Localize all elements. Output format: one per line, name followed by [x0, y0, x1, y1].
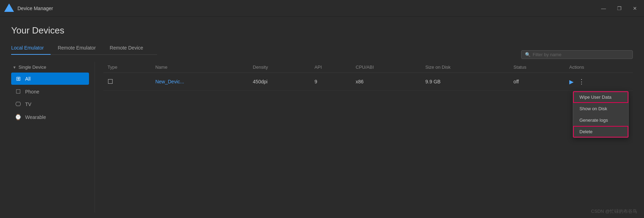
actions-cell: ▶ ⋮ Wipe User Data Show on Disk [569, 77, 629, 86]
device-type-icon: ☐ [108, 78, 113, 85]
cell-cpu: x86 [351, 73, 421, 91]
all-icon: ⊞ [15, 75, 22, 82]
col-name: Name [151, 62, 249, 73]
col-api: API [310, 62, 351, 73]
col-cpu: CPU/ABI [351, 62, 421, 73]
context-menu-wipe[interactable]: Wipe User Data [573, 91, 628, 103]
cell-size: 9.9 GB [421, 73, 510, 91]
cell-type: ☐ [103, 73, 151, 91]
main-container: Your Devices Local Emulator Remote Emula… [0, 17, 644, 218]
wearable-icon: ⌚ [15, 114, 22, 120]
col-density: Density [249, 62, 310, 73]
cell-actions: ▶ ⋮ Wipe User Data Show on Disk [565, 73, 633, 91]
main-panel: Type Name Density API CPU/ABI Size on Di… [95, 62, 633, 212]
tab-bar: Local Emulator Remote Emulator Remote De… [11, 43, 157, 55]
chevron-down-icon: ▼ [13, 65, 16, 69]
filter-bar: 🔍 [521, 50, 633, 59]
table-row: ☐ New_Devic... 450dpi 9 x86 9.9 GB off ▶ [103, 73, 633, 91]
app-title: Device Manager [17, 6, 53, 11]
context-menu-generate-logs[interactable]: Generate logs [573, 114, 628, 126]
sidebar-item-tv[interactable]: 🖵 TV [11, 98, 89, 110]
tab-remote-emulator[interactable]: Remote Emulator [58, 43, 103, 55]
device-table: Type Name Density API CPU/ABI Size on Di… [103, 62, 633, 91]
sidebar-section-title: ▼ Single Device [11, 62, 89, 73]
tab-local-emulator[interactable]: Local Emulator [11, 43, 51, 55]
maximize-button[interactable]: ❐ [614, 4, 624, 13]
col-size: Size on Disk [421, 62, 510, 73]
titlebar: Device Manager — ❐ ✕ [0, 0, 644, 17]
device-name-link[interactable]: New_Devic... [155, 79, 184, 84]
cell-status: off [509, 73, 565, 91]
sidebar-item-phone[interactable]: ☐ Phone [11, 85, 89, 98]
context-menu-show-on-disk[interactable]: Show on Disk [573, 103, 628, 114]
col-status: Status [509, 62, 565, 73]
col-actions: Actions [565, 62, 633, 73]
col-type: Type [103, 62, 151, 73]
context-menu: Wipe User Data Show on Disk Generate log… [573, 91, 629, 138]
phone-icon: ☐ [15, 88, 22, 95]
sidebar-item-wearable[interactable]: ⌚ Wearable [11, 111, 89, 123]
minimize-button[interactable]: — [598, 4, 609, 13]
table-header: Type Name Density API CPU/ABI Size on Di… [103, 62, 633, 73]
more-actions-button[interactable]: ⋮ [576, 77, 587, 86]
page-title: Your Devices [11, 25, 633, 36]
search-icon: 🔍 [525, 52, 531, 57]
watermark: CSDN @忙碌的布谷鸟 [591, 208, 637, 215]
tab-remote-device[interactable]: Remote Device [110, 43, 150, 55]
content-area: ▼ Single Device ⊞ All ☐ Phone 🖵 TV ⌚ Wea… [11, 62, 633, 212]
context-menu-delete[interactable]: Delete [573, 126, 628, 137]
sidebar-item-all[interactable]: ⊞ All [11, 73, 89, 85]
close-button[interactable]: ✕ [630, 4, 640, 13]
play-button[interactable]: ▶ [569, 78, 573, 85]
tv-icon: 🖵 [15, 101, 22, 107]
sidebar: ▼ Single Device ⊞ All ☐ Phone 🖵 TV ⌚ Wea… [11, 62, 95, 212]
cell-api: 9 [310, 73, 351, 91]
cell-density: 450dpi [249, 73, 310, 91]
app-logo [4, 3, 14, 13]
cell-name: New_Devic... [151, 73, 249, 91]
window-controls: — ❐ ✕ [598, 4, 640, 13]
filter-input[interactable] [533, 52, 629, 57]
